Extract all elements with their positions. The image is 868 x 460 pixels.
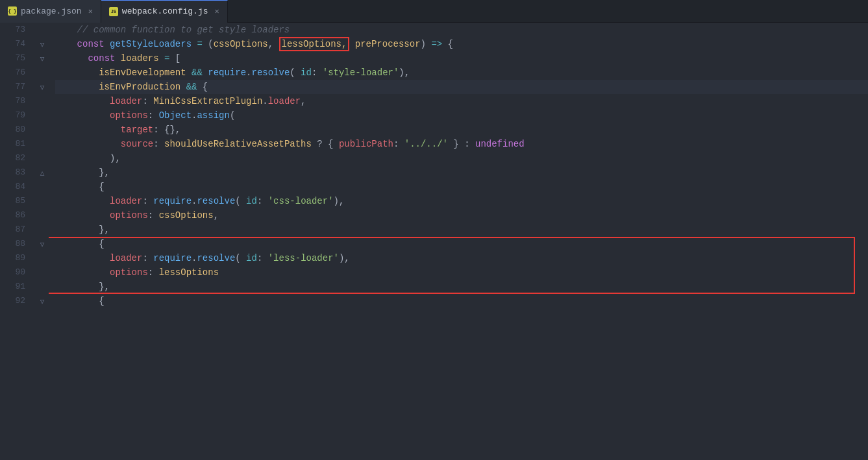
line-num-83: 83 xyxy=(0,165,31,180)
tab-close-webpack-config[interactable]: ✕ xyxy=(214,6,219,16)
line-num-81: 81 xyxy=(0,137,31,151)
gutter-92[interactable]: ▽ xyxy=(36,294,49,308)
code-line-77: isEnvProduction && { xyxy=(55,80,868,94)
gutter-82 xyxy=(36,151,49,165)
code-line-78: loader : MiniCssExtractPlugin . loader , xyxy=(55,94,868,108)
highlighted-lessOptions: lessOptions, xyxy=(279,37,350,51)
line-num-78: 78 xyxy=(0,94,31,108)
line-num-73: 73 xyxy=(0,23,31,37)
gutter-91 xyxy=(36,280,49,294)
gutter-73 xyxy=(36,23,49,37)
line-num-92: 92 xyxy=(0,294,31,308)
gutter-75[interactable]: ▽ xyxy=(36,51,49,66)
line-num-85: 85 xyxy=(0,194,31,208)
line-num-91: 91 xyxy=(0,280,31,294)
tab-package-json[interactable]: { } package.json ✕ xyxy=(0,0,101,23)
gutter-80 xyxy=(36,123,49,137)
code-content[interactable]: // common function to get style loaders … xyxy=(49,23,868,460)
line-num-88: 88 xyxy=(0,237,31,251)
line-num-77: 77 xyxy=(0,80,31,94)
js-file-icon: JS xyxy=(109,7,118,16)
code-area: 73 74 75 76 77 78 79 80 81 82 83 84 85 8… xyxy=(0,23,868,460)
code-line-84: { xyxy=(55,180,868,194)
code-line-89: loader : require . resolve ( id : 'less-… xyxy=(55,251,868,265)
code-line-91: }, xyxy=(55,280,868,294)
gutter-83[interactable]: △ xyxy=(36,165,49,180)
line-num-87: 87 xyxy=(0,223,31,237)
tab-label-package-json: package.json xyxy=(21,6,82,16)
gutter-86 xyxy=(36,208,49,223)
line-num-75: 75 xyxy=(0,51,31,66)
code-line-86: options : cssOptions , xyxy=(55,208,868,223)
editor-container: { } package.json ✕ JS webpack.config.js … xyxy=(0,0,868,460)
code-line-88: { xyxy=(55,237,868,251)
line-num-76: 76 xyxy=(0,66,31,80)
line-num-79: 79 xyxy=(0,108,31,123)
code-line-87: }, xyxy=(55,223,868,237)
code-line-80: target : {}, xyxy=(55,123,868,137)
gutter-81 xyxy=(36,137,49,151)
gutter-79 xyxy=(36,108,49,123)
gutter-87 xyxy=(36,223,49,237)
gutter: ▽ ▽ ▽ △ ▽ ▽ xyxy=(36,23,49,460)
code-line-73: // common function to get style loaders xyxy=(55,23,868,37)
tab-webpack-config[interactable]: JS webpack.config.js ✕ xyxy=(101,0,228,23)
code-line-85: loader : require . resolve ( id : 'css-l… xyxy=(55,194,868,208)
gutter-88[interactable]: ▽ xyxy=(36,237,49,251)
gutter-90 xyxy=(36,265,49,280)
line-num-82: 82 xyxy=(0,151,31,165)
code-line-74: const getStyleLoaders = ( cssOptions , l… xyxy=(55,37,868,51)
code-line-92: { xyxy=(55,294,868,308)
tab-close-package-json[interactable]: ✕ xyxy=(88,6,93,16)
code-line-82: ), xyxy=(55,151,868,165)
line-num-80: 80 xyxy=(0,123,31,137)
code-line-75: const loaders = [ xyxy=(55,51,868,66)
code-line-81: source : shouldUseRelativeAssetPaths ? {… xyxy=(55,137,868,151)
comment-73: // common function to get style loaders xyxy=(55,23,290,37)
tab-bar: { } package.json ✕ JS webpack.config.js … xyxy=(0,0,868,23)
gutter-76 xyxy=(36,66,49,80)
gutter-85 xyxy=(36,194,49,208)
code-line-79: options : Object . assign ( xyxy=(55,108,868,123)
gutter-77[interactable]: ▽ xyxy=(36,80,49,94)
line-num-84: 84 xyxy=(0,180,31,194)
code-line-76: isEnvDevelopment && require . resolve ( … xyxy=(55,66,868,80)
gutter-78 xyxy=(36,94,49,108)
line-num-86: 86 xyxy=(0,208,31,223)
line-numbers: 73 74 75 76 77 78 79 80 81 82 83 84 85 8… xyxy=(0,23,36,460)
tab-label-webpack-config: webpack.config.js xyxy=(122,6,208,16)
code-line-83: }, xyxy=(55,165,868,180)
json-file-icon: { } xyxy=(8,6,17,16)
gutter-74[interactable]: ▽ xyxy=(36,37,49,51)
gutter-84 xyxy=(36,180,49,194)
line-num-90: 90 xyxy=(0,265,31,280)
gutter-89 xyxy=(36,251,49,265)
code-line-90: options : lessOptions xyxy=(55,265,868,280)
line-num-74: 74 xyxy=(0,37,31,51)
line-num-89: 89 xyxy=(0,251,31,265)
